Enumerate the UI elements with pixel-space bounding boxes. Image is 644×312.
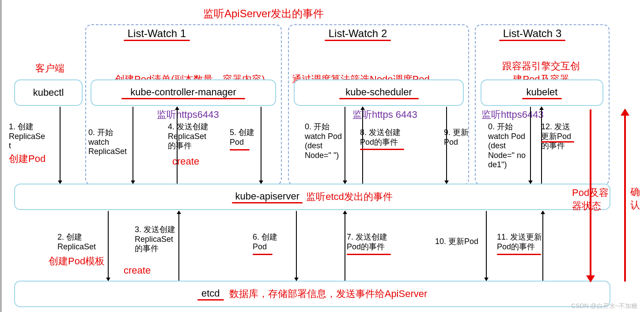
step-5: 5. 创建 Pod	[230, 128, 254, 147]
step-4: 4. 发送创建 ReplicaSet 的事件	[168, 122, 208, 151]
apiserver-name: kube-apiserver	[235, 191, 299, 202]
underline-pod-5	[230, 149, 250, 150]
step-2: 2. 创建 ReplicaSet	[57, 233, 96, 252]
confirm-label: 确 认	[630, 185, 640, 212]
pod-status-label: Pod及容 器状态	[572, 186, 609, 213]
etcd-desc: 数据库，存储部署信息，发送事件给ApiServer	[229, 287, 428, 301]
list-watch-3-label: List-Watch 3	[499, 27, 565, 41]
arrow-s0c	[530, 107, 531, 184]
ksched-name: kube-scheduler	[345, 86, 412, 98]
note-create-pod-1: 创建Pod	[9, 152, 45, 165]
kubelet-listen: 监听https6443	[481, 108, 544, 121]
step-10: 10. 更新Pod	[435, 237, 478, 247]
arrow-s2	[108, 211, 109, 281]
kubelet-box: kubelet	[481, 79, 603, 106]
note-create-pod-template: 创建Pod模板	[49, 255, 105, 268]
arrow-s11	[542, 211, 543, 281]
kcm-listen: 监听https6443	[157, 108, 219, 121]
arrow-s7	[345, 211, 345, 281]
step-9: 9. 更新 Pod	[444, 128, 469, 147]
note-create-1: create	[172, 156, 199, 167]
step-0c: 0. 开始 watch Pod (dest Node=" no de1")	[488, 122, 526, 170]
watermark: CSDN @白开水~不加糖	[571, 302, 637, 310]
arrow-s0a	[133, 107, 133, 184]
arrow-s10	[486, 211, 487, 281]
underline-pod-6	[253, 254, 273, 255]
client-label: 客户端	[35, 62, 64, 75]
apiserver-box: kube-apiserver 监听etcd发出的事件	[14, 184, 610, 210]
underline-s11	[497, 254, 541, 255]
step-0b: 0. 开始 watch Pod (dest Node=" ")	[305, 122, 342, 160]
step-3: 3. 发送创建 ReplicaSet 的事件	[135, 225, 175, 254]
step-12: 12. 发送 更新Pod 的事件	[541, 122, 571, 151]
red-arrow-confirm	[624, 109, 626, 282]
step-0a: 0. 开始 watch ReplicaSet	[88, 128, 127, 157]
apiserver-desc: 监听etcd发出的事件	[306, 190, 393, 203]
arrow-s6	[296, 211, 297, 281]
step-1: 1. 创建 ReplicaSe t	[9, 122, 45, 151]
step-11: 11. 发送更新 Pod的事件	[497, 233, 542, 252]
arrow-s0b	[345, 107, 345, 184]
top-title: 监听ApiServer发出的事件	[203, 7, 324, 21]
kubectl-box: kubectl	[14, 79, 83, 106]
step-6: 6. 创建 Pod	[253, 233, 277, 252]
kcm-box: kube-controller-manager	[91, 79, 276, 106]
list-watch-1-label: List-Watch 1	[124, 27, 190, 41]
list-watch-2-label: List-Watch 2	[325, 27, 391, 41]
kcm-name: kube-controller-manager	[130, 86, 236, 98]
kubectl-text: kubectl	[33, 87, 64, 98]
underline-s12	[541, 141, 574, 143]
step-7: 7. 发送创建 Pod的事件	[347, 233, 387, 252]
arrow-s3	[178, 211, 179, 281]
etcd-name: etcd	[201, 288, 220, 299]
underline-s8	[360, 149, 404, 150]
kubelet-name: kubelet	[527, 86, 558, 98]
step-8: 8. 发送创建 Pod的事件	[360, 128, 401, 147]
arrow-s1	[60, 107, 61, 184]
etcd-box: etcd 数据库，存储部署信息，发送事件给ApiServer	[14, 281, 610, 307]
note-create-2: create	[124, 265, 151, 276]
underline-s7	[347, 254, 391, 255]
arrow-s5	[261, 107, 261, 184]
ksched-box: kube-scheduler	[294, 79, 464, 106]
